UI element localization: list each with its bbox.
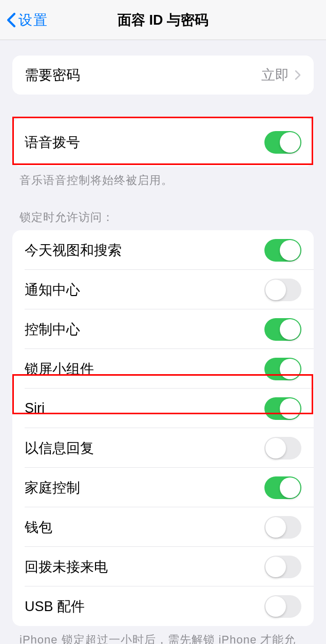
lock-access-row: 控制中心 xyxy=(12,309,314,349)
lock-access-label: 家庭控制 xyxy=(25,479,80,497)
lock-access-row: 通知中心 xyxy=(12,270,314,309)
lock-access-toggle[interactable] xyxy=(264,595,301,618)
voice-dial-row: 语音拨号 xyxy=(12,118,314,167)
lock-access-row: 回拨未接来电 xyxy=(12,547,314,586)
lock-access-toggle[interactable] xyxy=(264,516,301,539)
lock-access-row: 今天视图和搜索 xyxy=(12,230,314,270)
voice-dial-footer: 音乐语音控制将始终被启用。 xyxy=(0,167,326,188)
lock-access-label: 回拨未接来电 xyxy=(25,558,108,576)
voice-dial-label: 语音拨号 xyxy=(25,133,80,152)
back-label: 设置 xyxy=(18,11,48,29)
passcode-requirement-group: 需要密码 立即 xyxy=(12,56,314,95)
lock-access-label: Siri xyxy=(25,400,45,416)
lock-access-toggle[interactable] xyxy=(264,358,301,380)
navigation-bar: 设置 面容 ID 与密码 xyxy=(0,0,326,40)
lock-access-toggle[interactable] xyxy=(264,397,301,420)
lock-access-label: 控制中心 xyxy=(25,320,80,339)
voice-dial-toggle[interactable] xyxy=(264,131,301,154)
lock-access-toggle[interactable] xyxy=(264,556,301,578)
voice-dial-group: 语音拨号 xyxy=(12,118,314,167)
lock-access-label: 今天视图和搜索 xyxy=(25,241,122,260)
back-button[interactable]: 设置 xyxy=(0,11,48,29)
lock-access-toggle[interactable] xyxy=(264,476,301,499)
lock-access-toggle[interactable] xyxy=(264,318,301,341)
lock-access-label: 钱包 xyxy=(25,518,52,537)
chevron-right-icon xyxy=(294,69,301,81)
lock-access-toggle[interactable] xyxy=(264,239,301,262)
lock-access-label: USB 配件 xyxy=(25,597,85,616)
lock-access-row: 钱包 xyxy=(12,507,314,547)
lock-access-label: 锁屏小组件 xyxy=(25,360,94,378)
lock-access-group: 今天视图和搜索通知中心控制中心锁屏小组件Siri以信息回复家庭控制钱包回拨未接来… xyxy=(12,230,314,626)
require-passcode-label: 需要密码 xyxy=(25,66,80,84)
chevron-left-icon xyxy=(6,12,16,28)
lock-access-row: USB 配件 xyxy=(12,586,314,626)
lock-access-row: Siri xyxy=(12,389,314,428)
lock-access-label: 以信息回复 xyxy=(25,439,94,457)
require-passcode-value: 立即 xyxy=(261,66,289,84)
lock-access-label: 通知中心 xyxy=(25,281,80,299)
lock-access-row: 家庭控制 xyxy=(12,468,314,507)
require-passcode-row[interactable]: 需要密码 立即 xyxy=(12,56,314,95)
lock-access-toggle[interactable] xyxy=(264,279,301,301)
lock-access-footer: iPhone 锁定超过一小时后，需先解锁 iPhone 才能允许 USB 配件连… xyxy=(0,626,326,644)
page-title: 面容 ID 与密码 xyxy=(118,11,208,29)
lock-access-header: 锁定时允许访问： xyxy=(0,188,326,225)
lock-access-row: 以信息回复 xyxy=(12,428,314,468)
lock-access-row: 锁屏小组件 xyxy=(12,349,314,389)
lock-access-toggle[interactable] xyxy=(264,437,301,459)
